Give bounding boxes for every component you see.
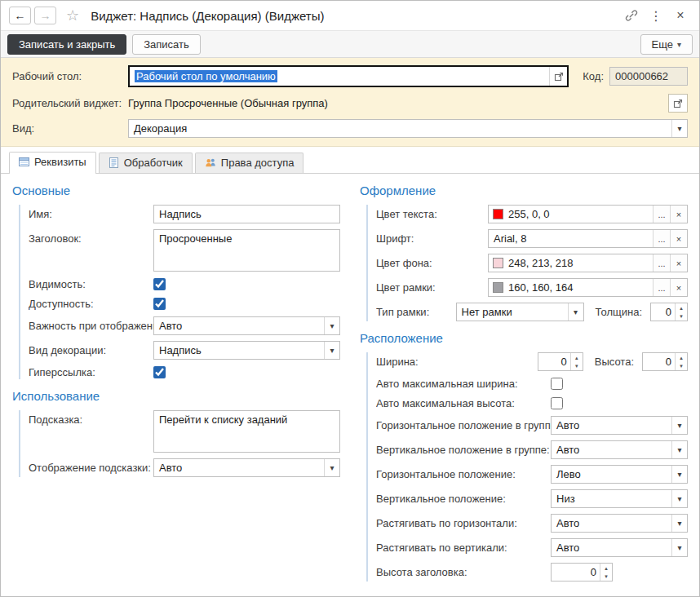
back-color-field[interactable]: 248, 213, 218 ... × — [488, 254, 688, 272]
chevron-down-icon[interactable]: ▾ — [324, 317, 339, 334]
title-input[interactable] — [153, 229, 340, 272]
tooltip-input[interactable] — [153, 410, 340, 453]
name-input[interactable] — [153, 205, 340, 223]
border-color-field[interactable]: 160, 160, 164 ... × — [488, 278, 688, 297]
color-swatch — [493, 209, 503, 219]
stretch-v-label: Растягивать по вертикали: — [376, 542, 551, 554]
choose-button[interactable]: ... — [653, 206, 670, 223]
clear-button[interactable]: × — [670, 254, 687, 272]
caption-height-row: Высота заголовка: 0 ▴ ▾ — [376, 563, 688, 582]
desktop-label: Рабочий стол: — [12, 70, 128, 82]
stretch-h-row: Растягивать по горизонтали: Авто ▾ — [376, 514, 688, 533]
tab-bar: Реквизиты Обработчик Права доступа — [1, 147, 699, 174]
more-button[interactable]: Еще▾ — [640, 34, 693, 55]
visibility-checkbox[interactable] — [153, 278, 166, 290]
color-swatch — [493, 282, 503, 293]
v-in-group-label: Вертикальное положение в группе: — [376, 444, 551, 456]
close-icon[interactable]: × — [670, 6, 691, 25]
back-color-label: Цвет фона: — [376, 257, 488, 269]
auto-max-height-checkbox[interactable] — [551, 397, 563, 409]
right-column: Оформление Цвет текста: 255, 0, 0 ... × … — [360, 182, 688, 590]
decoration-kind-label: Вид декорации: — [29, 344, 153, 356]
spin-up-icon[interactable]: ▴ — [600, 564, 612, 573]
open-icon[interactable] — [549, 67, 567, 86]
v-in-group-dropdown[interactable]: Авто ▾ — [551, 440, 688, 459]
clear-button[interactable]: × — [670, 279, 687, 296]
h-pos-dropdown[interactable]: Лево ▾ — [551, 465, 688, 484]
height-spinner[interactable]: 0 ▴ ▾ — [642, 352, 688, 371]
forward-button[interactable]: → — [34, 7, 56, 24]
menu-dots-icon[interactable]: ⋮ — [645, 6, 667, 25]
stretch-v-row: Растягивать по вертикали: Авто ▾ — [376, 538, 688, 557]
code-field: 000000662 — [609, 67, 688, 86]
tab-attributes[interactable]: Реквизиты — [9, 152, 96, 174]
spin-down-icon[interactable]: ▾ — [676, 362, 687, 371]
h-in-group-dropdown[interactable]: Авто ▾ — [551, 416, 688, 435]
chevron-down-icon[interactable]: ▾ — [324, 342, 339, 359]
importance-label: Важность при отображении: — [29, 320, 153, 332]
h-pos-row: Горизонтальное положение: Лево ▾ — [376, 465, 688, 484]
spin-up-icon[interactable]: ▴ — [571, 353, 583, 362]
section-placement-title: Расположение — [360, 331, 688, 345]
command-bar: Записать и закрыть Записать Еще▾ — [1, 30, 699, 58]
auto-max-width-checkbox[interactable] — [551, 378, 563, 390]
h-in-group-row: Горизонтальное положение в группе: Авто … — [376, 416, 688, 435]
visibility-row: Видимость: — [29, 277, 340, 291]
thickness-spinner[interactable]: 0 ▴ ▾ — [650, 303, 688, 321]
chevron-down-icon[interactable]: ▾ — [671, 490, 687, 507]
open-parent-button[interactable] — [668, 94, 688, 113]
link-icon[interactable] — [621, 6, 642, 25]
v-pos-label: Вертикальное положение: — [376, 493, 551, 505]
chevron-down-icon[interactable]: ▾ — [568, 303, 583, 321]
importance-row: Важность при отображении: Авто ▾ — [29, 316, 340, 335]
height-label: Высота: — [595, 356, 634, 368]
chevron-down-icon[interactable]: ▾ — [324, 459, 339, 476]
parent-widget-value[interactable]: Группа Просроченные (Обычная группа) — [128, 97, 668, 109]
tab-access-rights[interactable]: Права доступа — [195, 153, 304, 173]
tab-handler[interactable]: Обработчик — [99, 153, 193, 173]
clear-button[interactable]: × — [670, 206, 687, 223]
text-color-field[interactable]: 255, 0, 0 ... × — [488, 205, 688, 223]
spin-up-icon[interactable]: ▴ — [676, 303, 687, 312]
tooltip-display-dropdown[interactable]: Авто ▾ — [153, 458, 340, 477]
save-button[interactable]: Записать — [132, 34, 201, 55]
text-color-row: Цвет текста: 255, 0, 0 ... × — [376, 205, 688, 223]
chevron-down-icon[interactable]: ▾ — [671, 539, 687, 556]
font-row: Шрифт: Arial, 8 ... × — [376, 229, 688, 248]
choose-button[interactable]: ... — [653, 254, 670, 272]
stretch-h-dropdown[interactable]: Авто ▾ — [551, 514, 688, 533]
color-swatch — [493, 258, 503, 268]
chevron-down-icon[interactable]: ▾ — [671, 466, 687, 483]
font-field[interactable]: Arial, 8 ... × — [488, 229, 688, 248]
spin-down-icon[interactable]: ▾ — [600, 573, 612, 582]
font-label: Шрифт: — [376, 232, 488, 245]
thickness-label: Толщина: — [596, 306, 642, 318]
spin-down-icon[interactable]: ▾ — [676, 312, 687, 321]
back-button[interactable]: ← — [9, 7, 31, 24]
decoration-kind-dropdown[interactable]: Надпись ▾ — [153, 341, 340, 360]
section-appearance-title: Оформление — [360, 184, 688, 197]
chevron-down-icon[interactable]: ▾ — [671, 417, 687, 434]
spin-down-icon[interactable]: ▾ — [571, 362, 583, 371]
caption-height-spinner[interactable]: 0 ▴ ▾ — [551, 563, 613, 582]
stretch-h-label: Растягивать по горизонтали: — [376, 517, 551, 529]
basic-group: Имя: Заголовок: Видимость: Доступность: … — [19, 205, 340, 379]
favorite-star-icon[interactable]: ☆ — [66, 7, 79, 24]
save-and-close-button[interactable]: Записать и закрыть — [7, 34, 126, 55]
importance-dropdown[interactable]: Авто ▾ — [153, 316, 340, 335]
kind-dropdown[interactable]: Декорация ▾ — [128, 119, 688, 138]
spin-up-icon[interactable]: ▴ — [676, 353, 687, 362]
hyperlink-checkbox[interactable] — [153, 366, 166, 378]
v-pos-dropdown[interactable]: Низ ▾ — [551, 489, 688, 508]
border-type-dropdown[interactable]: Нет рамки ▾ — [456, 303, 584, 321]
choose-button[interactable]: ... — [653, 279, 670, 296]
chevron-down-icon[interactable]: ▾ — [671, 441, 687, 458]
choose-button[interactable]: ... — [653, 230, 670, 247]
chevron-down-icon[interactable]: ▾ — [671, 120, 687, 137]
chevron-down-icon[interactable]: ▾ — [671, 515, 687, 532]
stretch-v-dropdown[interactable]: Авто ▾ — [551, 538, 688, 557]
availability-checkbox[interactable] — [153, 298, 166, 310]
clear-button[interactable]: × — [670, 230, 687, 247]
width-spinner[interactable]: 0 ▴ ▾ — [538, 352, 583, 371]
desktop-field[interactable]: Рабочий стол по умолчанию — [128, 65, 569, 87]
